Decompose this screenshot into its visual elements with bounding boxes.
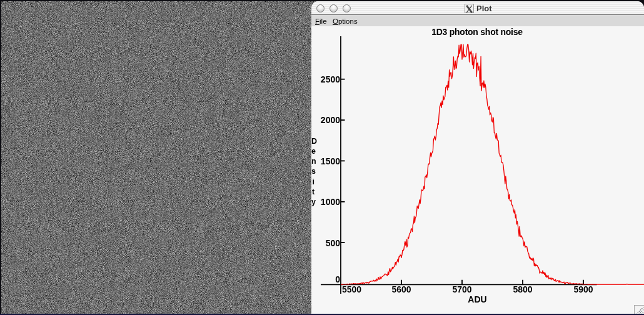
svg-text:y: y — [311, 198, 316, 206]
svg-text:n: n — [311, 157, 316, 166]
svg-text:D: D — [311, 137, 317, 146]
svg-text:e: e — [311, 147, 316, 156]
svg-text:5900: 5900 — [573, 284, 593, 294]
svg-text:1000: 1000 — [321, 197, 340, 207]
svg-text:2500: 2500 — [321, 74, 340, 84]
svg-text:1500: 1500 — [321, 156, 340, 166]
svg-text:5700: 5700 — [452, 284, 471, 294]
svg-text:500: 500 — [326, 238, 341, 248]
svg-text:1D3 photon shot noise: 1D3 photon shot noise — [431, 27, 523, 37]
svg-text:2000: 2000 — [321, 115, 340, 125]
svg-text:t: t — [312, 188, 315, 196]
svg-text:5800: 5800 — [513, 284, 532, 294]
svg-text:s: s — [311, 167, 316, 176]
svg-text:i: i — [313, 178, 314, 186]
svg-text:5500: 5500 — [342, 284, 361, 294]
svg-text:0: 0 — [335, 274, 340, 284]
svg-text:ADU: ADU — [468, 294, 486, 304]
svg-text:5600: 5600 — [391, 284, 411, 294]
